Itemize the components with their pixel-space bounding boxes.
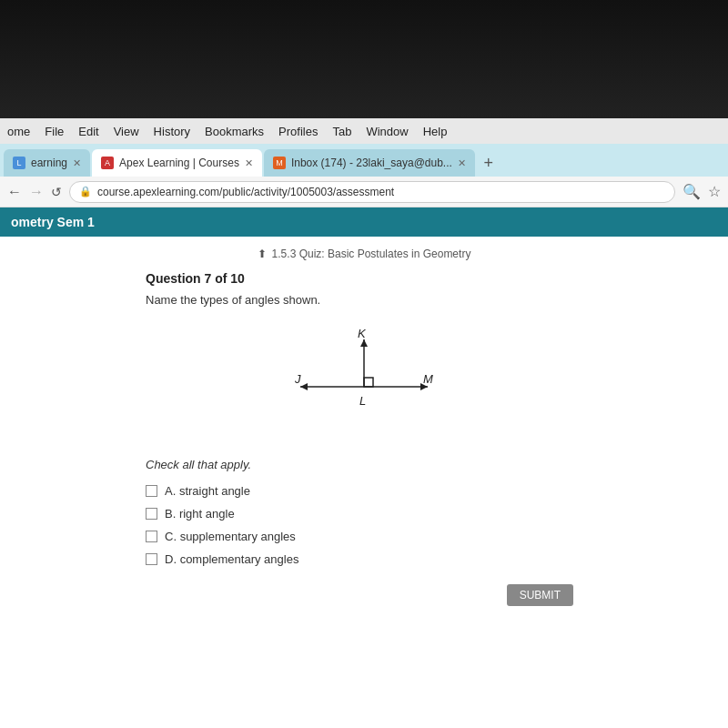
tab-learning-close[interactable]: ✕ <box>73 157 81 169</box>
menu-bar: ome File Edit View History Bookmarks Pro… <box>0 118 728 144</box>
svg-text:L: L <box>359 394 366 408</box>
tab-add-button[interactable]: + <box>477 151 500 175</box>
menu-bookmarks[interactable]: Bookmarks <box>205 125 264 138</box>
checkbox-d[interactable] <box>146 553 157 565</box>
answer-c-label: C. supplementary angles <box>165 530 296 543</box>
address-bar-icons: 🔍 ☆ <box>682 183 721 200</box>
svg-rect-6 <box>364 378 373 387</box>
checkbox-c[interactable] <box>146 531 157 542</box>
breadcrumb-title: ometry Sem 1 <box>11 215 95 229</box>
address-input[interactable]: 🔒 course.apexlearning.com/public/activit… <box>69 181 675 203</box>
answer-option-b: B. right angle <box>146 507 582 521</box>
tab-learning-label: earning <box>31 157 67 169</box>
reload-button[interactable]: ↺ <box>51 185 62 199</box>
tab-inbox[interactable]: M Inbox (174) - 23laki_saya@dub... ✕ <box>264 149 475 177</box>
menu-history[interactable]: History <box>154 125 190 138</box>
quiz-label: ⬆ 1.5.3 Quiz: Basic Postulates in Geomet… <box>0 248 728 260</box>
answer-d-label: D. complementary angles <box>165 552 298 566</box>
dark-top-area <box>0 0 728 118</box>
tab-apex[interactable]: A Apex Learning | Courses ✕ <box>92 149 262 177</box>
tab-learning[interactable]: L earning ✕ <box>4 149 90 177</box>
tab-apex-favicon: A <box>101 157 114 169</box>
breadcrumb-bar: ometry Sem 1 <box>0 207 728 237</box>
menu-file[interactable]: File <box>45 125 64 138</box>
checkbox-b[interactable] <box>146 508 157 520</box>
address-url: course.apexlearning.com/public/activity/… <box>97 186 394 198</box>
quiz-label-text: 1.5.3 Quiz: Basic Postulates in Geometry <box>272 248 471 260</box>
search-icon[interactable]: 🔍 <box>682 183 701 200</box>
checkbox-a[interactable] <box>146 485 157 497</box>
tab-apex-label: Apex Learning | Courses <box>119 157 239 169</box>
question-container: Question 7 of 10 Name the types of angle… <box>127 271 601 606</box>
question-number: Question 7 of 10 <box>146 271 582 286</box>
svg-marker-1 <box>300 383 308 390</box>
tab-bar: L earning ✕ A Apex Learning | Courses ✕ … <box>0 144 728 177</box>
menu-view[interactable]: View <box>114 125 139 138</box>
main-content: ⬆ 1.5.3 Quiz: Basic Postulates in Geomet… <box>0 237 728 728</box>
svg-text:K: K <box>358 327 367 340</box>
forward-button[interactable]: → <box>29 184 44 200</box>
submit-area: SUBMIT <box>146 584 582 606</box>
figure-svg: K J L M <box>282 321 446 440</box>
menu-home[interactable]: ome <box>7 125 30 138</box>
address-bar: ← → ↺ 🔒 course.apexlearning.com/public/a… <box>0 177 728 207</box>
geometry-figure: K J L M <box>146 321 582 440</box>
menu-help[interactable]: Help <box>423 125 448 138</box>
tab-inbox-close[interactable]: ✕ <box>458 157 466 169</box>
menu-edit[interactable]: Edit <box>78 125 98 138</box>
svg-marker-5 <box>360 339 368 347</box>
answer-a-label: A. straight angle <box>165 484 250 498</box>
question-text: Name the types of angles shown. <box>146 293 582 307</box>
svg-text:M: M <box>423 372 433 386</box>
tab-inbox-label: Inbox (174) - 23laki_saya@dub... <box>291 157 452 169</box>
answer-b-label: B. right angle <box>165 507 235 521</box>
menu-profiles[interactable]: Profiles <box>278 125 318 138</box>
submit-button[interactable]: SUBMIT <box>507 584 573 606</box>
menu-tab[interactable]: Tab <box>332 125 351 138</box>
tab-learning-favicon: L <box>13 157 25 169</box>
answer-option-a: A. straight angle <box>146 484 582 498</box>
answer-option-d: D. complementary angles <box>146 552 582 566</box>
svg-text:J: J <box>294 372 301 386</box>
check-all-text: Check all that apply. <box>146 458 582 471</box>
quiz-label-icon: ⬆ <box>258 248 267 260</box>
tab-inbox-favicon: M <box>273 157 286 169</box>
lock-icon: 🔒 <box>79 186 92 197</box>
bookmark-icon[interactable]: ☆ <box>708 183 721 200</box>
tab-apex-close[interactable]: ✕ <box>245 157 253 169</box>
menu-window[interactable]: Window <box>366 125 408 138</box>
answer-option-c: C. supplementary angles <box>146 530 582 543</box>
back-button[interactable]: ← <box>7 184 22 200</box>
